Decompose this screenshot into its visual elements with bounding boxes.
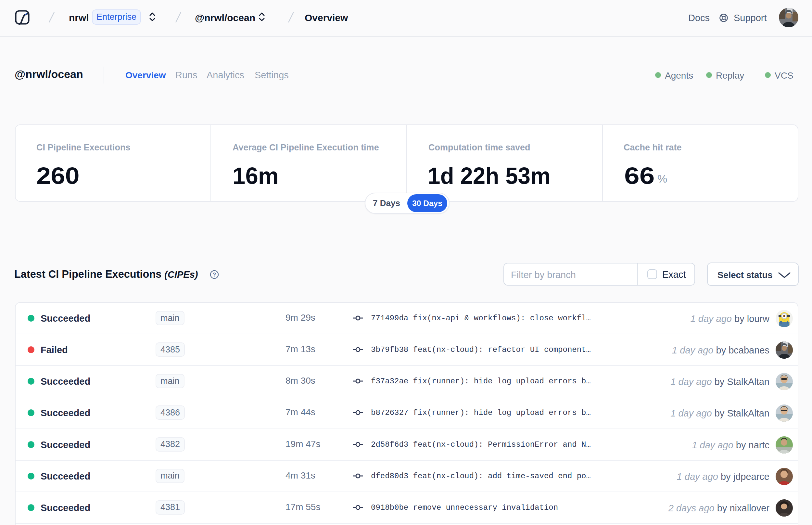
svg-text:?: ? [213,272,216,278]
